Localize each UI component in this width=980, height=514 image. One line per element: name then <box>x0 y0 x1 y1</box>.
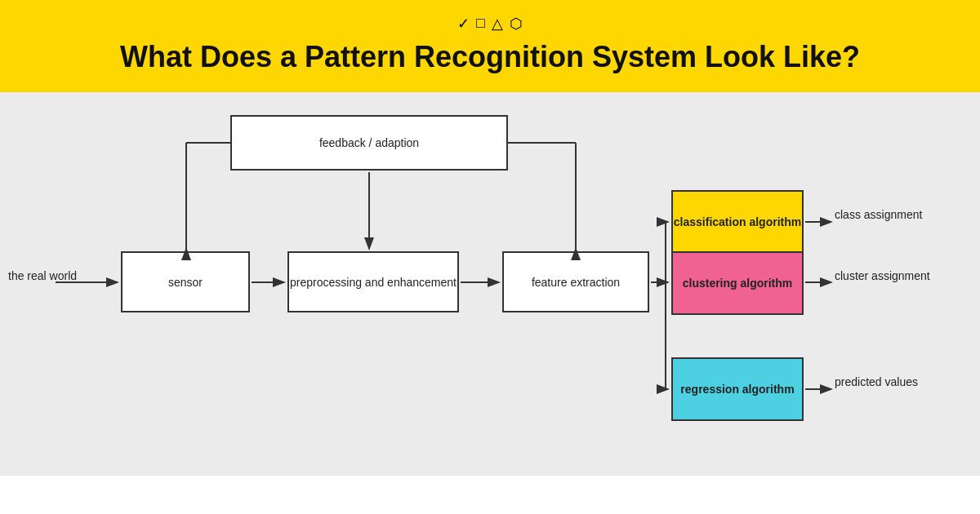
realworld-label: the real world <box>8 268 77 285</box>
class-assignment-label: class assignment <box>835 206 922 224</box>
regression-box: regression algorithm <box>671 357 804 421</box>
cluster-assignment-label: cluster assignment <box>835 268 930 285</box>
page-title: What Does a Pattern Recognition System L… <box>120 39 860 74</box>
sensor-box: sensor <box>121 251 250 312</box>
triangle-icon: △ <box>492 15 503 33</box>
classification-box: classification algorithm <box>671 190 804 254</box>
sensor-label: sensor <box>168 276 203 289</box>
regression-label: regression algorithm <box>680 383 794 396</box>
icons-row: ✓ □ △ ⬡ <box>457 15 523 33</box>
clustering-box: clustering algorithm <box>671 251 804 315</box>
square-icon: □ <box>476 15 485 33</box>
preprocess-label: preprocessing and enhancement <box>290 276 457 289</box>
diagram-area: feedback / adaption sensor preprocessing… <box>0 92 980 476</box>
feedback-label: feedback / adaption <box>319 136 419 149</box>
preprocess-box: preprocessing and enhancement <box>287 251 459 312</box>
clustering-label: clustering algorithm <box>683 277 793 290</box>
hexagon-icon: ⬡ <box>510 15 523 33</box>
feedback-box: feedback / adaption <box>230 115 508 171</box>
header: ✓ □ △ ⬡ What Does a Pattern Recognition … <box>0 0 980 92</box>
feature-box: feature extraction <box>502 251 649 312</box>
check-icon: ✓ <box>457 15 470 33</box>
predicted-values-label: predicted values <box>835 374 918 391</box>
classification-label: classification algorithm <box>674 215 801 228</box>
feature-label: feature extraction <box>532 276 620 289</box>
